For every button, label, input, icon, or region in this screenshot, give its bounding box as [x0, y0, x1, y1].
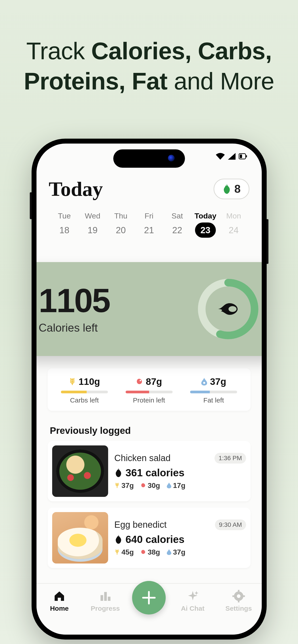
day-22[interactable]: Sat22	[164, 212, 191, 238]
svg-rect-9	[104, 592, 107, 601]
svg-rect-13	[238, 590, 239, 592]
phone-side-button-right	[267, 219, 268, 264]
previously-logged-title: Previously logged	[50, 425, 131, 436]
svg-rect-16	[242, 596, 245, 597]
svg-rect-8	[101, 595, 103, 601]
day-20[interactable]: Thu20	[108, 212, 134, 238]
day-23[interactable]: Today23	[192, 212, 219, 238]
food-name: Chicken salad	[114, 453, 171, 463]
svg-point-7	[203, 382, 205, 384]
wifi-icon	[216, 153, 225, 160]
svg-point-12	[237, 594, 240, 598]
phone-mockup: Today 8 Tue18Wed19Thu20Fri21Sat22Today23…	[32, 139, 267, 640]
day-19[interactable]: Wed19	[79, 212, 106, 238]
svg-rect-10	[108, 596, 111, 601]
day-21[interactable]: Fri21	[136, 212, 163, 238]
macro-carbs: 110g Carbs left	[52, 376, 117, 404]
calories-value: 1105	[39, 284, 110, 317]
tab-progress[interactable]: Progress	[86, 590, 124, 612]
tab-settings[interactable]: Settings	[220, 590, 258, 612]
promo-line2-post: and More	[167, 68, 274, 94]
wheat-icon	[114, 483, 120, 488]
tab-aichat[interactable]: Ai Chat	[174, 590, 212, 612]
day-number: 22	[168, 222, 186, 238]
promo-line1-bold: Calories, Carbs,	[91, 37, 271, 64]
plus-icon	[141, 590, 157, 606]
meat-icon	[141, 550, 146, 555]
streak-pill[interactable]: 8	[214, 179, 249, 199]
svg-point-6	[140, 380, 141, 381]
phone-side-button-left	[30, 192, 32, 219]
svg-rect-15	[232, 596, 235, 597]
calories-card[interactable]: 1105 Calories left	[37, 262, 262, 356]
battery-icon	[239, 153, 247, 160]
calories-label: Calories left	[39, 321, 110, 334]
food-name: Egg benedict	[114, 520, 167, 530]
day-name: Fri	[136, 212, 163, 220]
wheat-icon	[69, 378, 76, 385]
promo-line1-pre: Track	[26, 37, 91, 64]
day-number: 19	[84, 222, 102, 238]
meat-icon	[141, 483, 146, 488]
tab-home[interactable]: Home	[40, 590, 78, 612]
promo-line2-bold: Proteins, Fat	[24, 68, 167, 94]
macro-fat: 37g Fat left	[181, 376, 246, 404]
sparkle-icon	[186, 590, 199, 602]
droplet-icon	[167, 482, 171, 488]
macro-fat-label: Fat left	[181, 396, 246, 404]
droplet-icon	[201, 378, 207, 386]
svg-rect-2	[240, 154, 242, 158]
macro-protein-value: 87g	[146, 376, 162, 387]
food-carbs: 45g	[122, 548, 134, 556]
day-name: Thu	[108, 212, 134, 220]
droplet-icon	[167, 549, 171, 555]
macro-protein: 87g Protein left	[117, 376, 181, 404]
svg-rect-1	[246, 155, 247, 158]
day-name: Mon	[220, 212, 247, 220]
day-name: Sat	[164, 212, 191, 220]
home-icon	[53, 590, 66, 602]
day-number: 20	[112, 222, 130, 238]
status-bar	[216, 153, 247, 160]
tab-bar: Home Progress Ai Chat Settings	[37, 583, 262, 634]
day-18[interactable]: Tue18	[51, 212, 78, 238]
day-number: 18	[56, 222, 73, 238]
day-24[interactable]: Mon24	[220, 212, 247, 238]
log-list: Chicken salad1:36 PM361 calories37g30g17…	[48, 441, 250, 574]
phone-screen: Today 8 Tue18Wed19Thu20Fri21Sat22Today23…	[37, 144, 262, 634]
day-number: 23	[195, 222, 216, 238]
phone-notch	[113, 149, 185, 168]
food-carbs: 37g	[122, 482, 134, 490]
food-calories: 361 calories	[126, 467, 184, 479]
food-time: 9:30 AM	[215, 520, 246, 530]
food-calories: 640 calories	[126, 533, 184, 546]
food-thumbnail	[52, 446, 108, 497]
food-protein: 30g	[148, 482, 160, 490]
flame-icon	[114, 468, 122, 478]
tab-aichat-label: Ai Chat	[174, 605, 212, 612]
tab-home-label: Home	[40, 605, 78, 612]
page-title: Today	[49, 177, 103, 201]
macro-protein-label: Protein left	[117, 396, 181, 404]
food-thumbnail	[52, 512, 108, 564]
day-name: Wed	[79, 212, 106, 220]
food-fat: 37g	[173, 548, 185, 556]
food-fat: 17g	[173, 482, 185, 490]
food-protein: 38g	[148, 548, 160, 556]
calories-ring	[197, 278, 259, 340]
day-number: 24	[225, 222, 243, 238]
svg-rect-14	[238, 600, 239, 602]
log-item[interactable]: Chicken salad1:36 PM361 calories37g30g17…	[48, 441, 250, 501]
streak-count: 8	[234, 182, 241, 196]
macros-card[interactable]: 110g Carbs left 87g Protein left 37g	[48, 368, 250, 411]
macro-fat-value: 37g	[210, 376, 226, 387]
gear-icon	[232, 590, 245, 602]
add-button[interactable]	[132, 581, 166, 614]
macro-carbs-value: 110g	[79, 376, 100, 387]
tab-progress-label: Progress	[86, 605, 124, 612]
log-item[interactable]: Egg benedict9:30 AM640 calories45g38g37g	[48, 508, 250, 568]
flame-icon	[218, 300, 239, 318]
flame-icon	[114, 534, 122, 544]
chart-icon	[99, 590, 112, 602]
flame-icon	[222, 184, 231, 194]
